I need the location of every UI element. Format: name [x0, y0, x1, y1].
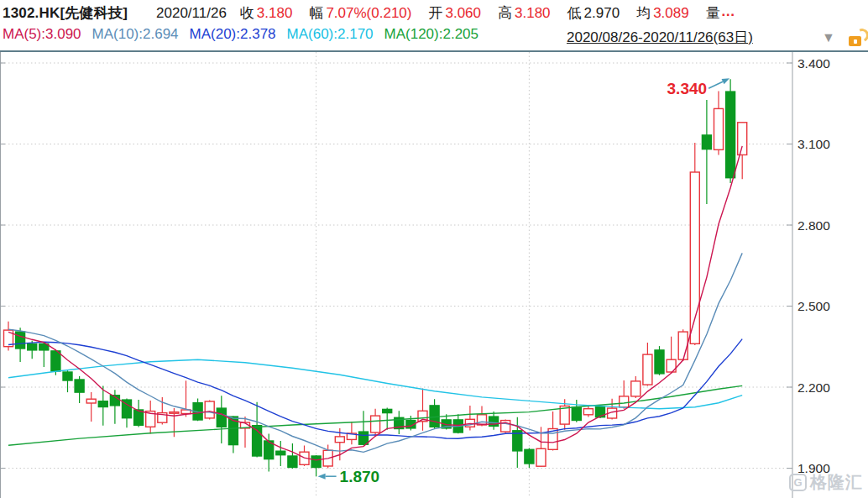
- quote-field-label: 均: [636, 3, 651, 23]
- quote-field-label: 幅: [309, 3, 323, 23]
- quote-row: 1302.HK[先健科技] 2020/11/26 收3.180幅7.07%(0.…: [3, 3, 740, 23]
- lock-body-icon: [849, 36, 861, 46]
- low-annotation-label: 1.870: [340, 468, 380, 485]
- y-axis-label: 2.800: [797, 218, 830, 233]
- quote-field: 均3.089: [636, 3, 689, 23]
- quote-field: 高3.180: [498, 3, 551, 23]
- date-range-selector[interactable]: 2020/08/26-2020/11/26(63日): [567, 28, 753, 47]
- ma-legend-item: MA(10):2.694: [92, 26, 179, 43]
- quote-field-label: 量: [706, 3, 720, 23]
- quote-field-value: 3.060: [445, 5, 481, 22]
- quote-field-value: 3.180: [257, 5, 293, 22]
- gelonghui-logo-icon: G: [789, 474, 807, 491]
- ma-legend: MA(5):3.090MA(10):2.694MA(20):2.378MA(60…: [3, 26, 489, 43]
- watermark-text: 格隆汇: [810, 471, 863, 494]
- y-axis-label: 2.500: [797, 299, 830, 313]
- date-range-label: 2020/08/26-2020/11/26(63日): [567, 29, 753, 45]
- quote-date: 2020/11/26: [156, 5, 227, 22]
- watermark: G 格隆汇: [789, 471, 863, 494]
- ma-legend-item: MA(60):2.170: [287, 26, 374, 43]
- y-axis-label: 3.400: [797, 56, 830, 71]
- quote-field: 量: [706, 3, 723, 23]
- quote-field-value: 3.180: [515, 5, 551, 22]
- chevron-down-icon[interactable]: ▼: [822, 30, 835, 45]
- stock-chart-app: 3.4003.1002.8002.5002.2001.9003.3401.870…: [0, 0, 868, 498]
- y-axis-label: 3.100: [797, 137, 830, 151]
- quote-field-value: 3.089: [653, 5, 689, 22]
- high-annotation-label: 3.340: [667, 80, 708, 97]
- ma-legend-item: MA(120):2.205: [384, 26, 478, 43]
- quote-field: 幅7.07%(0.210): [309, 3, 411, 23]
- ma-legend-item: MA(5):3.090: [3, 26, 81, 43]
- quote-field: 收3.180: [240, 3, 293, 23]
- quote-fields: 收3.180幅7.07%(0.210)开3.060高3.180低2.970均3.…: [240, 3, 740, 23]
- quote-field: 低2.970: [567, 3, 620, 23]
- ma-row: MA(5):3.090MA(10):2.694MA(20):2.378MA(60…: [3, 26, 868, 43]
- quote-field-label: 低: [567, 3, 582, 23]
- y-axis-label: 2.200: [797, 380, 830, 395]
- quote-field-value: 2.970: [584, 5, 620, 22]
- chart-header: 1302.HK[先健科技] 2020/11/26 收3.180幅7.07%(0.…: [0, 0, 868, 50]
- quote-field-label: 高: [498, 3, 512, 23]
- overflow-ellipsis[interactable]: …: [721, 3, 736, 20]
- quote-field-value: 7.07%(0.210): [326, 5, 411, 22]
- stock-symbol: 1302.HK[先健科技]: [3, 3, 128, 23]
- unlock-icon[interactable]: [849, 29, 867, 48]
- quote-field-label: 开: [428, 3, 442, 23]
- quote-field: 开3.060: [428, 3, 481, 23]
- high-annotation: 3.340: [667, 78, 730, 97]
- low-annotation: 1.870: [318, 468, 380, 485]
- quote-field-label: 收: [240, 3, 254, 23]
- price-chart[interactable]: 3.4003.1002.8002.5002.2001.9003.3401.870: [0, 0, 868, 498]
- ma-legend-item: MA(20):2.378: [190, 26, 276, 43]
- candlestick-series: [4, 79, 747, 476]
